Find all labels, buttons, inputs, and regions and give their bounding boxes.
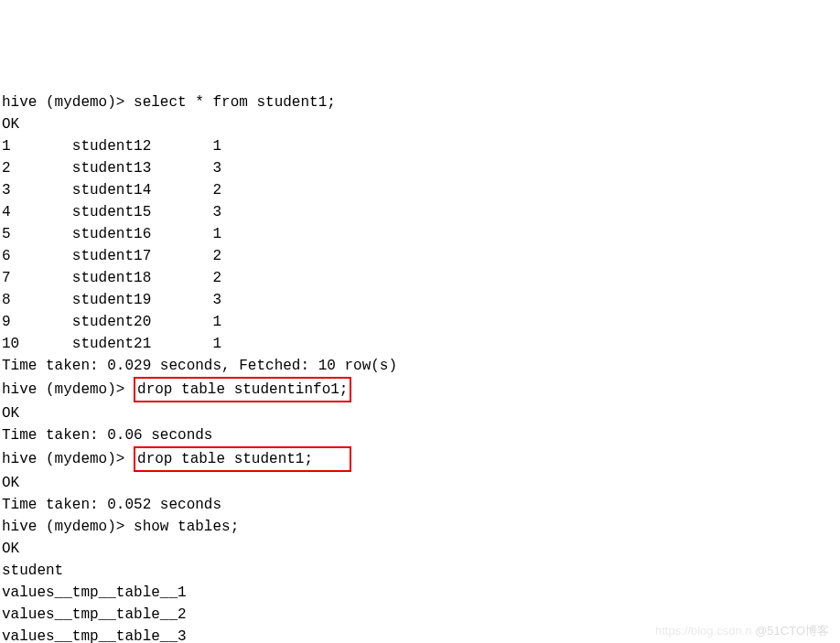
ok-line: OK [2, 113, 838, 135]
table-row: 6 student17 2 [2, 245, 838, 267]
table-row: 1 student12 1 [2, 135, 838, 157]
table-row: 7 student18 2 [2, 267, 838, 289]
table-row: 8 student19 3 [2, 289, 838, 311]
highlighted-command: drop table studentinfo1; [134, 377, 351, 402]
table-row: 2 student13 3 [2, 157, 838, 179]
terminal-output[interactable]: hive (mydemo)> select * from student1;OK… [2, 91, 838, 643]
ok-line: OK [2, 538, 838, 560]
prompt-line: hive (mydemo)> select * from student1; [2, 91, 838, 113]
highlighted-command: drop table student1; [134, 446, 351, 472]
list-item: values__tmp__table__3 [2, 626, 838, 643]
table-row: 5 student16 1 [2, 223, 838, 245]
table-row: 10 student21 1 [2, 333, 838, 355]
ok-line: OK [2, 472, 838, 494]
table-row: 4 student15 3 [2, 201, 838, 223]
ok-line: OK [2, 402, 838, 424]
list-item: student [2, 560, 838, 582]
prompt-line: hive (mydemo)> show tables; [2, 516, 838, 538]
time-line: Time taken: 0.052 seconds [2, 494, 838, 516]
table-row: 3 student14 2 [2, 179, 838, 201]
list-item: values__tmp__table__2 [2, 604, 838, 626]
prompt-line: hive (mydemo)> drop table studentinfo1; [2, 377, 838, 402]
prompt-line: hive (mydemo)> drop table student1; [2, 446, 838, 472]
time-line: Time taken: 0.029 seconds, Fetched: 10 r… [2, 355, 838, 377]
list-item: values__tmp__table__1 [2, 582, 838, 604]
time-line: Time taken: 0.06 seconds [2, 424, 838, 446]
table-row: 9 student20 1 [2, 311, 838, 333]
